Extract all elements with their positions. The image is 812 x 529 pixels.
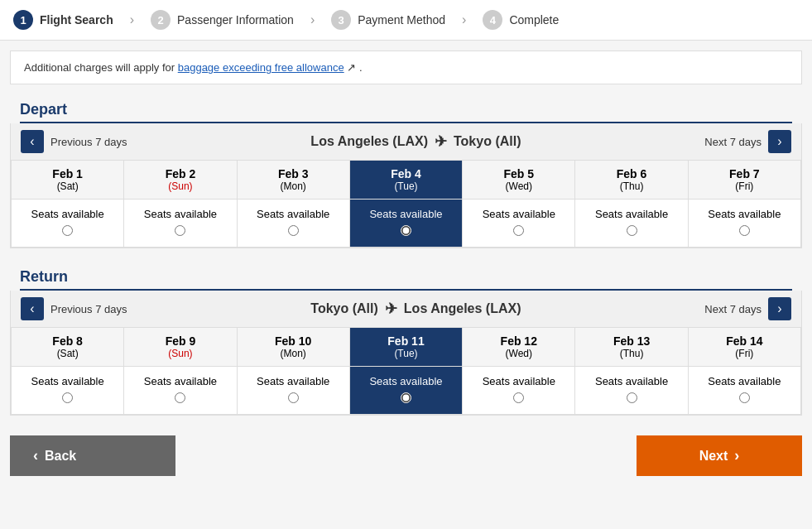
date-radio[interactable] xyxy=(175,392,185,403)
date-body[interactable]: Seats available xyxy=(238,200,349,247)
date-label: Feb 11 xyxy=(387,334,424,348)
date-radio[interactable] xyxy=(401,225,411,236)
back-arrow-icon: ‹ xyxy=(33,447,38,464)
date-radio[interactable] xyxy=(288,225,299,236)
return-date-grid: Feb 8(Sat)Seats availableFeb 9(Sun)Seats… xyxy=(11,328,801,415)
date-header: Feb 12(Wed) xyxy=(463,328,574,367)
date-header-cell: Feb 5(Wed)Seats available xyxy=(463,161,575,248)
date-body[interactable]: Seats available xyxy=(124,200,236,247)
date-body[interactable]: Seats available xyxy=(12,200,123,247)
depart-nav-right: Next 7 days › xyxy=(704,130,791,153)
day-name: (Thu) xyxy=(579,180,684,192)
date-radio[interactable] xyxy=(739,392,750,403)
step-1: 1 Flight Search xyxy=(13,10,113,30)
date-radio[interactable] xyxy=(513,392,524,403)
date-header: Feb 10(Mon) xyxy=(238,328,349,367)
date-header-cell: Feb 14(Fri)Seats available xyxy=(689,328,801,415)
depart-next-button[interactable]: › xyxy=(768,130,791,153)
date-body[interactable]: Seats available xyxy=(124,367,236,414)
step-sep-2: › xyxy=(310,12,315,27)
date-radio[interactable] xyxy=(62,392,73,403)
step-sep-1: › xyxy=(130,12,134,27)
depart-prev-label: Previous 7 days xyxy=(50,136,127,148)
plane-icon-depart: ✈ xyxy=(435,132,447,151)
seats-label: Seats available xyxy=(127,208,233,220)
seats-label: Seats available xyxy=(127,375,233,387)
seats-label: Seats available xyxy=(15,208,120,220)
depart-prev-button[interactable]: ‹ xyxy=(21,130,44,153)
date-body[interactable]: Seats available xyxy=(575,367,687,414)
progress-bar: 1 Flight Search › 2 Passenger Informatio… xyxy=(0,0,812,41)
date-header-cell: Feb 1(Sat)Seats available xyxy=(12,161,124,248)
next-button[interactable]: Next › xyxy=(637,435,802,476)
return-prev-button[interactable]: ‹ xyxy=(21,297,44,320)
date-radio[interactable] xyxy=(739,225,750,236)
step-4: 4 Complete xyxy=(483,10,559,30)
notice-prefix: Additional charges will apply for xyxy=(24,61,178,74)
seats-label: Seats available xyxy=(692,208,797,220)
day-name: (Tue) xyxy=(353,348,459,359)
step-sep-3: › xyxy=(462,12,466,27)
date-label: Feb 7 xyxy=(729,167,760,180)
date-radio[interactable] xyxy=(401,392,411,403)
date-label: Feb 2 xyxy=(166,167,196,180)
date-body[interactable]: Seats available xyxy=(689,200,800,247)
date-body[interactable]: Seats available xyxy=(689,367,800,414)
baggage-link[interactable]: baggage exceeding free allowance xyxy=(178,61,344,74)
date-header: Feb 1(Sat) xyxy=(12,161,123,200)
date-body[interactable]: Seats available xyxy=(12,367,123,414)
plane-icon-return: ✈ xyxy=(385,300,397,318)
depart-date-grid: Feb 1(Sat)Seats availableFeb 2(Sun)Seats… xyxy=(11,161,801,248)
step-3-number: 3 xyxy=(331,10,351,30)
seats-label: Seats available xyxy=(466,375,571,387)
date-body[interactable]: Seats available xyxy=(463,367,574,414)
date-header: Feb 14(Fri) xyxy=(689,328,800,367)
return-next-label: Next 7 days xyxy=(704,303,762,315)
seats-label: Seats available xyxy=(692,375,797,387)
date-label: Feb 10 xyxy=(275,334,311,348)
date-body[interactable]: Seats available xyxy=(350,367,462,414)
depart-route: Los Angeles (LAX) ✈ Tokyo (All) xyxy=(127,132,705,151)
date-label: Feb 9 xyxy=(166,334,196,348)
date-radio[interactable] xyxy=(288,392,299,403)
date-body[interactable]: Seats available xyxy=(575,200,687,247)
date-header: Feb 6(Thu) xyxy=(575,161,687,200)
date-radio[interactable] xyxy=(513,225,524,236)
back-button[interactable]: ‹ Back xyxy=(10,435,175,476)
date-header-cell: Feb 12(Wed)Seats available xyxy=(463,328,575,415)
date-radio[interactable] xyxy=(175,225,185,236)
seats-label: Seats available xyxy=(579,375,684,387)
return-section: Return ‹ Previous 7 days Tokyo (All) ✈ L… xyxy=(10,262,802,416)
date-label: Feb 14 xyxy=(726,334,762,348)
date-radio[interactable] xyxy=(627,225,637,236)
date-header-cell: Feb 10(Mon)Seats available xyxy=(238,328,350,415)
seats-label: Seats available xyxy=(15,375,120,387)
return-prev-label: Previous 7 days xyxy=(50,303,127,315)
date-header: Feb 3(Mon) xyxy=(238,161,349,200)
notice-bar: Additional charges will apply for baggag… xyxy=(10,50,802,84)
date-header-cell: Feb 6(Thu)Seats available xyxy=(575,161,688,248)
return-next-button[interactable]: › xyxy=(768,297,791,320)
day-name: (Mon) xyxy=(241,348,346,359)
date-body[interactable]: Seats available xyxy=(350,200,462,247)
date-body[interactable]: Seats available xyxy=(238,367,349,414)
step-1-number: 1 xyxy=(13,10,33,30)
seats-label: Seats available xyxy=(466,208,571,220)
day-name: (Sat) xyxy=(15,180,120,192)
date-header: Feb 5(Wed) xyxy=(463,161,574,200)
return-title: Return xyxy=(20,262,792,291)
date-header: Feb 9(Sun) xyxy=(124,328,236,367)
date-radio[interactable] xyxy=(627,392,637,403)
day-name: (Wed) xyxy=(466,180,571,192)
date-body[interactable]: Seats available xyxy=(463,200,574,247)
day-name: (Tue) xyxy=(353,180,459,192)
date-label: Feb 12 xyxy=(501,334,537,348)
day-name: (Sun) xyxy=(127,180,233,192)
date-header-cell: Feb 4(Tue)Seats available xyxy=(350,161,463,248)
back-label: Back xyxy=(45,449,76,464)
bottom-bar: ‹ Back Next › xyxy=(0,422,812,489)
date-radio[interactable] xyxy=(62,225,73,236)
date-header-cell: Feb 7(Fri)Seats available xyxy=(689,161,801,248)
step-2-label: Passenger Information xyxy=(177,13,294,26)
depart-section: Depart ‹ Previous 7 days Los Angeles (LA… xyxy=(10,94,802,248)
